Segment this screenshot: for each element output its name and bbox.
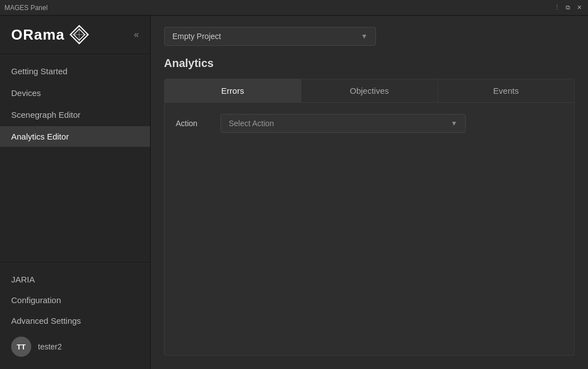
logo-diamond-icon xyxy=(69,25,89,45)
tab-objectives[interactable]: Objectives xyxy=(301,79,438,102)
sidebar-item-advanced-settings[interactable]: Advanced Settings xyxy=(0,310,150,331)
project-dropdown[interactable]: Empty Project ▼ xyxy=(164,27,376,46)
title-bar-controls: ⋮ ⧉ ✕ xyxy=(552,3,584,12)
content-area: Empty Project ▼ Analytics Errors Objecti… xyxy=(151,16,588,369)
action-row: Action Select Action ▼ xyxy=(176,114,563,133)
tab-content-errors: Action Select Action ▼ xyxy=(164,103,575,356)
sidebar-bottom: JARIA Configuration Advanced Settings TT… xyxy=(0,262,150,369)
avatar: TT xyxy=(11,337,31,357)
title-bar: MAGES Panel ⋮ ⧉ ✕ xyxy=(0,0,588,16)
sidebar-spacer xyxy=(0,165,150,262)
project-dropdown-row: Empty Project ▼ xyxy=(164,27,575,46)
project-dropdown-value: Empty Project xyxy=(172,32,221,41)
sidebar-item-getting-started[interactable]: Getting Started xyxy=(0,61,150,82)
sidebar-item-scenegraph-editor[interactable]: Scenegraph Editor xyxy=(0,104,150,125)
logo-container: ORama xyxy=(11,25,89,45)
window-title: MAGES Panel xyxy=(4,4,47,12)
logo-area: ORama « xyxy=(0,16,150,54)
logo-text: ORama xyxy=(11,26,65,44)
sidebar-item-analytics-editor[interactable]: Analytics Editor xyxy=(0,126,150,147)
user-area[interactable]: TT tester2 xyxy=(0,331,150,362)
action-dropdown-arrow-icon: ▼ xyxy=(451,119,457,127)
sidebar-item-configuration[interactable]: Configuration xyxy=(0,290,150,310)
project-dropdown-arrow-icon: ▼ xyxy=(361,32,368,40)
collapse-sidebar-button[interactable]: « xyxy=(132,27,141,42)
sidebar-item-jaria[interactable]: JARIA xyxy=(0,269,150,290)
title-bar-left: MAGES Panel xyxy=(4,4,47,12)
analytics-section-title: Analytics xyxy=(164,57,575,70)
action-label: Action xyxy=(176,119,209,128)
close-button[interactable]: ✕ xyxy=(575,3,584,12)
sidebar-nav: Getting Started Devices Scenegraph Edito… xyxy=(0,54,150,165)
action-dropdown-value: Select Action xyxy=(229,119,274,128)
action-dropdown[interactable]: Select Action ▼ xyxy=(220,114,466,133)
main-layout: ORama « Getting Started Devices Scenegra… xyxy=(0,16,588,369)
tab-errors[interactable]: Errors xyxy=(165,79,301,102)
sidebar: ORama « Getting Started Devices Scenegra… xyxy=(0,16,151,369)
menu-button[interactable]: ⋮ xyxy=(552,3,561,12)
user-name: tester2 xyxy=(38,342,62,351)
tab-events[interactable]: Events xyxy=(438,79,574,102)
restore-button[interactable]: ⧉ xyxy=(563,3,572,12)
tabs-bar: Errors Objectives Events xyxy=(164,79,575,103)
sidebar-item-devices[interactable]: Devices xyxy=(0,83,150,103)
